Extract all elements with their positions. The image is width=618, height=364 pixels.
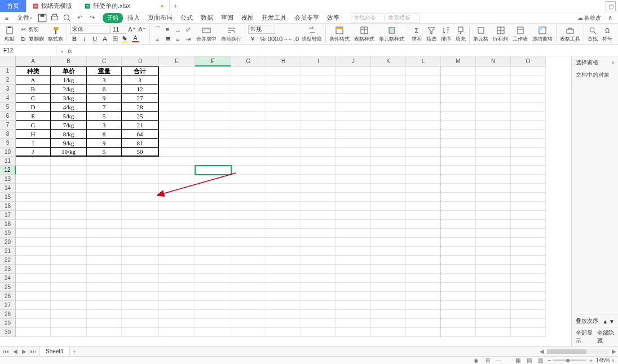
move-down-icon[interactable]: ▼: [609, 318, 615, 325]
row-header[interactable]: 13: [0, 175, 16, 184]
cell[interactable]: [195, 166, 231, 175]
sheet-button[interactable]: 工作表: [510, 24, 530, 45]
cell[interactable]: [195, 193, 231, 202]
cell[interactable]: [476, 103, 511, 112]
cell[interactable]: 9: [87, 94, 122, 103]
cell[interactable]: [336, 121, 371, 130]
merge-center-button[interactable]: 合并居中: [194, 24, 219, 45]
cell[interactable]: [87, 301, 122, 310]
cell-style-button[interactable]: 单元格样式: [377, 24, 407, 45]
underline-button[interactable]: U: [90, 34, 99, 43]
cell[interactable]: [476, 166, 511, 175]
cell[interactable]: [266, 193, 301, 202]
cell[interactable]: [371, 121, 406, 130]
cell[interactable]: [371, 76, 406, 85]
cell[interactable]: [476, 328, 511, 337]
cell[interactable]: [336, 202, 371, 211]
fx-dropdown-icon[interactable]: ⌄: [60, 47, 64, 54]
cell[interactable]: [122, 247, 159, 256]
cell[interactable]: [266, 238, 301, 247]
cell[interactable]: [266, 130, 301, 139]
cell[interactable]: [301, 166, 336, 175]
cell[interactable]: [336, 283, 371, 292]
cell[interactable]: [159, 247, 195, 256]
cell[interactable]: [16, 256, 51, 265]
row-header[interactable]: 23: [0, 265, 16, 274]
cell[interactable]: [476, 265, 511, 274]
cell[interactable]: [87, 274, 122, 283]
cell[interactable]: [122, 220, 159, 229]
row-header[interactable]: 30: [0, 328, 16, 337]
cell[interactable]: E: [16, 112, 51, 121]
cell[interactable]: [51, 292, 87, 301]
cell[interactable]: [195, 310, 231, 319]
cell[interactable]: [301, 175, 336, 184]
cell[interactable]: [406, 193, 441, 202]
row-header[interactable]: 12: [0, 166, 16, 175]
currency-button[interactable]: ¥: [248, 34, 257, 43]
row-header[interactable]: 24: [0, 274, 16, 283]
cell[interactable]: [301, 301, 336, 310]
cell[interactable]: [159, 274, 195, 283]
dec-inc-button[interactable]: .0→: [279, 34, 288, 43]
preview-icon[interactable]: [61, 13, 73, 23]
row-header[interactable]: 27: [0, 301, 16, 310]
cell[interactable]: [266, 319, 301, 328]
cell[interactable]: [511, 184, 546, 193]
sheet-nav-last[interactable]: ⏭: [29, 348, 37, 356]
cell[interactable]: [87, 265, 122, 274]
cell[interactable]: [406, 301, 441, 310]
cond-format-button[interactable]: 条件格式: [327, 24, 352, 45]
menu-tab-data[interactable]: 数据: [197, 13, 217, 23]
row-header[interactable]: 16: [0, 202, 16, 211]
cell[interactable]: [511, 202, 546, 211]
cell[interactable]: [122, 211, 159, 220]
sheet-nav-prev[interactable]: ◀: [11, 348, 19, 356]
cell[interactable]: [231, 103, 266, 112]
col-header[interactable]: C: [87, 56, 122, 66]
cell[interactable]: [87, 184, 122, 193]
move-up-icon[interactable]: ▲: [602, 318, 608, 325]
cell[interactable]: [441, 184, 476, 193]
cell[interactable]: [159, 121, 195, 130]
cell[interactable]: [371, 193, 406, 202]
cell[interactable]: [122, 256, 159, 265]
cell[interactable]: [441, 265, 476, 274]
cell[interactable]: [441, 112, 476, 121]
cell[interactable]: [51, 265, 87, 274]
cell[interactable]: [476, 76, 511, 85]
row-header[interactable]: 7: [0, 121, 16, 130]
cell[interactable]: [87, 247, 122, 256]
cell[interactable]: [441, 148, 476, 157]
symbols-button[interactable]: Ω 符号: [600, 24, 615, 45]
cell[interactable]: [231, 166, 266, 175]
cell[interactable]: [195, 66, 231, 76]
cell[interactable]: [406, 94, 441, 103]
cell[interactable]: [476, 121, 511, 130]
cell[interactable]: [195, 328, 231, 337]
cell[interactable]: [231, 112, 266, 121]
type-convert-button[interactable]: 类型转换: [299, 24, 324, 45]
cell[interactable]: [441, 130, 476, 139]
view-dash-icon[interactable]: —: [495, 357, 503, 364]
cell[interactable]: [476, 139, 511, 148]
cell[interactable]: [371, 94, 406, 103]
cell[interactable]: [266, 166, 301, 175]
font-shrink-button[interactable]: A⁻: [138, 25, 147, 34]
cell[interactable]: [122, 184, 159, 193]
cell[interactable]: [406, 121, 441, 130]
cell[interactable]: [476, 247, 511, 256]
cell[interactable]: [195, 85, 231, 94]
align-right-button[interactable]: ≡: [173, 34, 182, 43]
cell[interactable]: [336, 247, 371, 256]
cell[interactable]: [476, 202, 511, 211]
font-color-button[interactable]: A: [131, 34, 140, 43]
menu-tab-formula[interactable]: 公式: [177, 13, 196, 23]
cell[interactable]: 8/kg: [51, 130, 87, 139]
cell[interactable]: [266, 310, 301, 319]
cell[interactable]: [231, 265, 266, 274]
cell[interactable]: [266, 256, 301, 265]
cell[interactable]: [87, 202, 122, 211]
cell[interactable]: [511, 328, 546, 337]
cell[interactable]: [122, 310, 159, 319]
